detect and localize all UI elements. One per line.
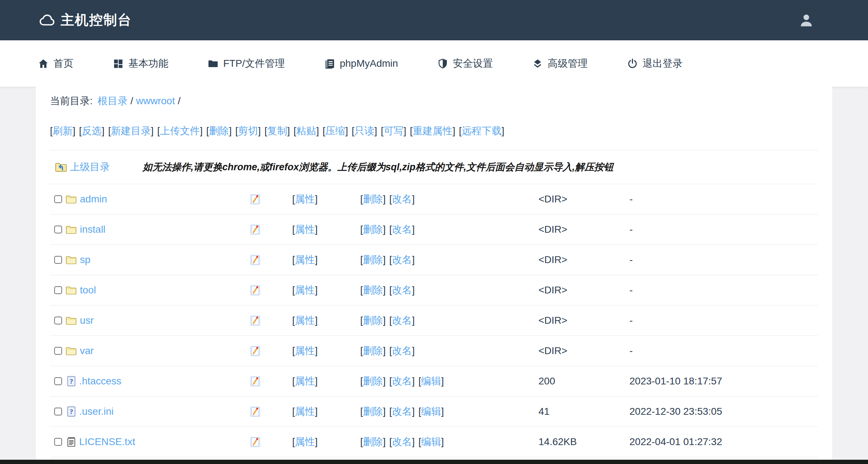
toolbar-action-可写: [可写]	[381, 125, 407, 136]
rename-link[interactable]: 改名	[392, 406, 412, 417]
edit-pencil-icon[interactable]	[250, 406, 260, 417]
edit-pencil-icon[interactable]	[250, 376, 260, 387]
toolbar-link-刷新[interactable]: 刷新	[53, 125, 73, 136]
toolbar-link-只读[interactable]: 只读	[354, 125, 374, 136]
nav-item-phpMyAdmin[interactable]: phpMyAdmin	[324, 58, 398, 69]
delete-link[interactable]: 删除	[363, 224, 383, 235]
date-cell: -	[613, 224, 818, 235]
toolbar-action-远程下载: [远程下载]	[459, 125, 505, 136]
toolbar-link-可写[interactable]: 可写	[383, 125, 403, 136]
row-checkbox[interactable]	[54, 195, 62, 203]
row-checkbox[interactable]	[54, 256, 62, 264]
nav-item-安全设置[interactable]: 安全设置	[437, 57, 493, 70]
breadcrumb-link-根目录[interactable]: 根目录	[98, 95, 128, 106]
row-checkbox[interactable]	[54, 286, 62, 294]
edit-pencil-icon[interactable]	[250, 315, 260, 326]
row-checkbox[interactable]	[54, 408, 62, 415]
rename-link[interactable]: 改名	[392, 315, 412, 326]
row-checkbox[interactable]	[54, 347, 62, 355]
bracket: ]	[412, 254, 415, 265]
delete-link[interactable]: 删除	[363, 254, 383, 265]
size-cell: <DIR>	[503, 193, 613, 205]
parent-directory-link[interactable]: 上级目录	[50, 160, 110, 174]
toolbar-link-重建属性[interactable]: 重建属性	[413, 125, 453, 136]
attr-link[interactable]: 属性	[295, 254, 315, 265]
folder-up-icon	[55, 162, 67, 172]
row-checkbox[interactable]	[54, 438, 62, 446]
nav-item-FTP/文件管理[interactable]: FTP/文件管理	[208, 57, 285, 70]
toolbar-link-删除[interactable]: 删除	[209, 125, 229, 136]
rename-link[interactable]: 改名	[392, 345, 412, 356]
file-name-link[interactable]: install	[80, 224, 106, 235]
toolbar-link-上传文件[interactable]: 上传文件	[160, 125, 200, 136]
attr-link[interactable]: 属性	[295, 193, 315, 205]
app-header: 主机控制台	[0, 0, 868, 40]
bracket: [	[292, 193, 295, 205]
attr-link[interactable]: 属性	[295, 284, 315, 296]
toolbar-action-刷新: [刷新]	[50, 125, 76, 136]
toolbar-link-粘贴[interactable]: 粘贴	[296, 125, 316, 136]
delete-link[interactable]: 删除	[363, 345, 383, 356]
delete-link[interactable]: 删除	[363, 436, 383, 447]
toolbar-link-复制[interactable]: 复制	[267, 125, 287, 136]
bracket: [	[292, 315, 295, 326]
delete-link[interactable]: 删除	[363, 375, 383, 387]
toolbar-link-远程下载[interactable]: 远程下载	[462, 125, 502, 136]
edit-link[interactable]: 编辑	[421, 375, 441, 387]
row-checkbox[interactable]	[54, 377, 62, 385]
edit-pencil-icon[interactable]	[250, 254, 260, 266]
file-name-link[interactable]: sp	[80, 254, 91, 266]
toolbar-link-剪切[interactable]: 剪切	[238, 125, 258, 136]
file-name-link[interactable]: admin	[80, 193, 107, 205]
nav-item-退出登录[interactable]: 退出登录	[627, 57, 683, 70]
parent-directory-label[interactable]: 上级目录	[70, 160, 110, 174]
bracket: [	[292, 375, 295, 387]
rename-link[interactable]: 改名	[392, 224, 412, 235]
bracket: ]	[441, 406, 444, 417]
file-name-link[interactable]: .user.ini	[79, 406, 114, 417]
edit-pencil-icon[interactable]	[250, 437, 260, 448]
toolbar-link-新建目录[interactable]: 新建目录	[111, 125, 151, 136]
toolbar-link-压缩[interactable]: 压缩	[325, 125, 345, 136]
nav-item-基本功能[interactable]: 基本功能	[113, 57, 168, 70]
attr-link[interactable]: 属性	[295, 375, 315, 387]
nav-item-首页[interactable]: 首页	[38, 57, 73, 70]
rename-link[interactable]: 改名	[392, 436, 412, 447]
row-checkbox[interactable]	[54, 226, 62, 233]
ops-cell: [删除][改名]	[335, 314, 503, 327]
attr-link[interactable]: 属性	[295, 436, 315, 447]
edit-pencil-icon[interactable]	[250, 224, 260, 235]
bracket: ]	[412, 284, 415, 296]
attr-link[interactable]: 属性	[295, 345, 315, 356]
toolbar-link-反选[interactable]: 反选	[82, 125, 102, 136]
attr-link[interactable]: 属性	[295, 224, 315, 235]
nav-item-高级管理[interactable]: 高级管理	[532, 57, 588, 70]
toolbar-action-删除: [删除]	[206, 125, 232, 136]
rename-link[interactable]: 改名	[392, 254, 412, 265]
delete-link[interactable]: 删除	[363, 193, 383, 205]
breadcrumb-link-wwwroot[interactable]: wwwroot	[136, 95, 175, 106]
attr-link[interactable]: 属性	[295, 406, 315, 417]
bracket: ]	[316, 125, 319, 136]
edit-link[interactable]: 编辑	[421, 406, 441, 417]
delete-link[interactable]: 删除	[363, 315, 383, 326]
edit-pencil-icon[interactable]	[250, 194, 260, 205]
delete-link[interactable]: 删除	[363, 406, 383, 417]
file-name-link[interactable]: LICENSE.txt	[79, 436, 135, 448]
file-name-link[interactable]: usr	[80, 315, 94, 326]
rename-link[interactable]: 改名	[392, 193, 412, 205]
edit-pencil-icon[interactable]	[250, 346, 260, 357]
file-name-link[interactable]: tool	[80, 284, 96, 296]
attr-link[interactable]: 属性	[295, 315, 315, 326]
edit-pencil-icon[interactable]	[250, 285, 260, 296]
user-account-icon[interactable]	[798, 12, 815, 29]
row-checkbox[interactable]	[54, 317, 62, 324]
file-name-link[interactable]: var	[80, 345, 94, 357]
bracket: [	[360, 315, 363, 326]
edit-link[interactable]: 编辑	[421, 436, 441, 447]
delete-link[interactable]: 删除	[363, 284, 383, 296]
bracket: [	[292, 406, 295, 417]
file-name-link[interactable]: .htaccess	[79, 375, 121, 387]
rename-link[interactable]: 改名	[392, 375, 412, 387]
rename-link[interactable]: 改名	[392, 284, 412, 296]
